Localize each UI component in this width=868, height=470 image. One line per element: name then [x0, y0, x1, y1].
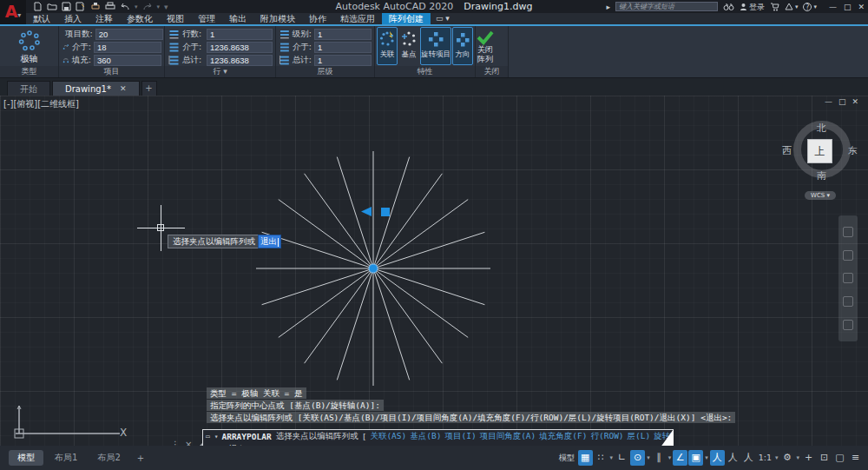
snap-mode-toggle[interactable]: ∷: [594, 450, 608, 466]
items-between-input[interactable]: [94, 42, 161, 53]
panel-label-levels[interactable]: 层级: [276, 66, 374, 77]
save-as-icon[interactable]: [76, 2, 86, 11]
annotation-scale-caret-icon[interactable]: ▾: [774, 454, 779, 461]
option-fill-angle[interactable]: 填充角度(F): [539, 431, 587, 442]
redo-caret-icon[interactable]: ▾: [157, 3, 161, 10]
doc-minimize-button[interactable]: —: [825, 97, 832, 106]
account-icon[interactable]: 登录: [740, 2, 765, 12]
command-recent-icon[interactable]: ▭ ▾: [206, 433, 218, 440]
viewcube-north[interactable]: 北: [817, 122, 826, 135]
undo-caret-icon[interactable]: ▾: [135, 3, 138, 10]
panel-label-close[interactable]: 关闭: [476, 66, 508, 77]
direction-button[interactable]: 方向: [452, 27, 473, 65]
panel-label-rows[interactable]: 行 ▾: [165, 66, 275, 77]
zoom-icon[interactable]: [843, 273, 853, 283]
items-count-input[interactable]: [95, 29, 163, 40]
tab-output[interactable]: 输出: [222, 13, 253, 24]
application-menu-button[interactable]: A▾: [0, 0, 26, 24]
file-tab-close-icon[interactable]: ✕: [120, 82, 127, 96]
isometric-caret-icon[interactable]: ▾: [667, 454, 673, 461]
levels-between-input[interactable]: [314, 42, 372, 53]
orbit-icon[interactable]: [843, 296, 853, 307]
new-file-icon[interactable]: [33, 2, 43, 11]
snap-mode-caret-icon[interactable]: ▾: [609, 454, 615, 461]
search-caret-icon[interactable]: ▸: [606, 2, 610, 12]
autodesk-exchange-icon[interactable]: ▾: [785, 2, 799, 12]
ortho-mode-toggle[interactable]: ∟: [615, 450, 629, 466]
polar-tracking-caret-icon[interactable]: ▾: [646, 454, 651, 461]
tab-default[interactable]: 默认: [26, 13, 57, 24]
viewcube-west[interactable]: 西: [782, 144, 792, 157]
isometric-drafting-toggle[interactable]: ∥: [652, 450, 667, 466]
help-icon[interactable]: ?▾: [803, 2, 817, 12]
viewport-controls-label[interactable]: [-][俯视][二维线框]: [3, 98, 79, 110]
doc-restore-button[interactable]: □: [838, 97, 846, 106]
rows-count-input[interactable]: [207, 29, 273, 40]
full-navigation-wheel-icon[interactable]: [843, 227, 853, 237]
object-snap-toggle[interactable]: ▣: [688, 450, 703, 466]
close-array-button[interactable]: 关闭 阵列: [476, 28, 495, 64]
levels-total-input[interactable]: [314, 55, 372, 66]
tab-array-creation[interactable]: 阵列创建: [382, 13, 431, 24]
plot-icon[interactable]: [90, 2, 101, 11]
layout-tab-layout2[interactable]: 布局2: [89, 450, 128, 466]
pan-icon[interactable]: [843, 250, 853, 261]
option-angle-between[interactable]: 项目间角度(A): [480, 431, 536, 442]
rotate-items-button[interactable]: 旋转项目: [420, 27, 451, 65]
viewcube-south[interactable]: 南: [817, 169, 826, 182]
panel-label-type[interactable]: 类型: [0, 66, 58, 77]
tab-annotate[interactable]: 注释: [89, 13, 120, 24]
command-line-window[interactable]: ▭ ▾ ARRAYPOLAR 选择夹点以编辑阵列或 [ 关联(AS) 基点(B)…: [202, 429, 674, 446]
open-folder-icon[interactable]: [47, 2, 57, 11]
layout-tab-model[interactable]: 模型: [9, 450, 43, 466]
rows-between-input[interactable]: [207, 42, 273, 53]
drawing-area[interactable]: [-][俯视][二维线框] — □ ✕ 选择夹点以编辑阵列或 ▾ 退出 北 西 …: [0, 96, 868, 446]
tab-addins[interactable]: 附加模块: [253, 13, 302, 24]
doc-close-button[interactable]: ✕: [852, 97, 859, 106]
associative-button[interactable]: 关联: [377, 27, 398, 65]
tab-insert[interactable]: 插入: [57, 13, 89, 24]
file-tab-start[interactable]: 开始: [7, 81, 50, 96]
search-binoculars-icon[interactable]: [723, 3, 734, 11]
object-snap-caret-icon[interactable]: ▾: [704, 454, 709, 461]
minimize-button[interactable]: —: [829, 3, 837, 11]
save-icon[interactable]: [62, 2, 71, 11]
close-button[interactable]: ✕: [858, 3, 865, 11]
isolate-objects-button[interactable]: ⊡: [817, 450, 832, 466]
sign-in-label[interactable]: 登录: [749, 2, 765, 12]
base-point-button[interactable]: 基点: [398, 27, 419, 65]
wcs-menu-button[interactable]: WCS ▾: [805, 191, 836, 200]
new-drawing-tab-button[interactable]: +: [141, 81, 157, 96]
qat-customize-icon[interactable]: ▾: [164, 3, 168, 11]
new-layout-button[interactable]: +: [132, 452, 149, 465]
redo-icon[interactable]: [142, 3, 153, 11]
autoscale-toggle[interactable]: 人: [726, 450, 740, 466]
viewcube-east[interactable]: 东: [848, 144, 858, 157]
search-input[interactable]: [615, 2, 718, 11]
tab-featured-apps[interactable]: 精选应用: [333, 13, 382, 24]
file-tab-drawing1[interactable]: Drawing1* ✕: [52, 81, 140, 96]
tab-collaborate[interactable]: 协作: [302, 13, 333, 24]
panel-label-items[interactable]: 项目: [59, 66, 164, 77]
polar-tracking-toggle[interactable]: ⊙: [630, 450, 645, 466]
app-store-cart-icon[interactable]: [770, 3, 779, 11]
model-space-toggle[interactable]: 模型: [557, 450, 577, 466]
ribbon-display-toggle[interactable]: ▭ ▾: [431, 13, 455, 24]
undo-icon[interactable]: [120, 3, 130, 11]
restore-button[interactable]: □: [844, 3, 852, 11]
annotation-scale-button[interactable]: 人: [741, 450, 756, 466]
annotation-visibility-toggle[interactable]: 人: [710, 450, 725, 466]
tab-parametric[interactable]: 参数化: [120, 13, 160, 24]
option-items[interactable]: 项目(I): [444, 431, 476, 442]
items-fill-input[interactable]: [94, 55, 161, 66]
panel-label-properties[interactable]: 特性: [375, 66, 475, 77]
layout-tab-layout1[interactable]: 布局1: [46, 450, 86, 466]
annotation-monitor-toggle[interactable]: +: [801, 450, 816, 466]
workspace-switching-button[interactable]: ⚙: [779, 450, 794, 466]
command-window-grip[interactable]: ⋮: [171, 440, 180, 447]
option-associative[interactable]: 关联(AS): [370, 431, 406, 442]
annotation-scale-value[interactable]: 1:1: [757, 450, 773, 466]
polar-array-type-button[interactable]: 极轴: [0, 28, 58, 65]
object-snap-tracking-toggle[interactable]: ∠: [673, 450, 687, 466]
showmotion-icon[interactable]: [843, 320, 853, 330]
